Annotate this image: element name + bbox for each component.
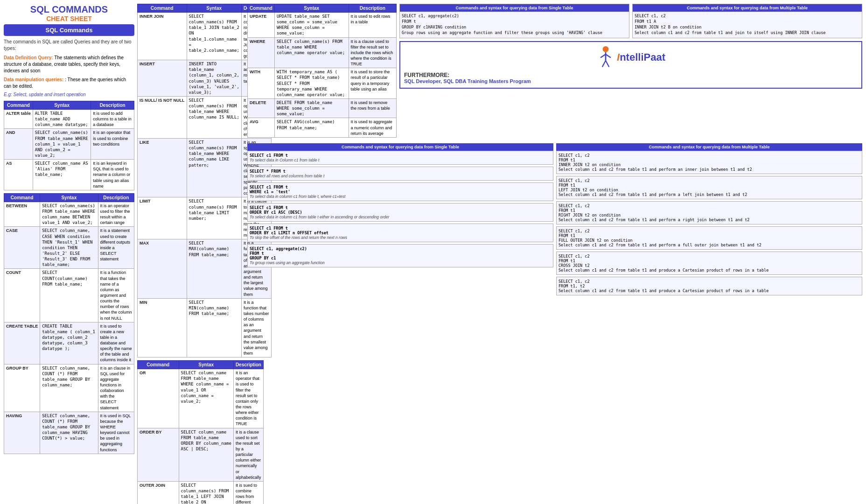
query-code: SELECT c1, aggregate(c2) FROM t GROUP BY… — [250, 246, 551, 260]
cmd-cell: INSERT — [138, 60, 187, 97]
intellipaat-logo: IntelliPaat — [404, 46, 858, 69]
syntax-cell: INSERT INTO table_name (column_1, column… — [187, 60, 241, 97]
eg-text: E.g: Select, update and insert operation — [4, 92, 134, 97]
table-row: ANDSELECT column_name(s) FROM table_name… — [4, 129, 134, 160]
single-query-row: SELECT c1 FROM t WHERE c1 = 'test'To sel… — [247, 182, 553, 201]
single-query-row: SELECT * FROM tTo select all rows and co… — [247, 167, 553, 181]
multi-query-code: SELECT c1, c2 FROM t1 CROSS JOIN t2 Sele… — [559, 254, 860, 273]
syntax-cell: SELECT column_name(s) FROM table_name WH… — [274, 37, 349, 68]
desc-cell: It is used in SQL because the WHERE keyw… — [98, 412, 134, 454]
multi-query-code: SELECT c1, c2 FROM t1 LEFT JOIN t2 on co… — [559, 178, 860, 197]
table-row: WITHWITH temporary_name AS ( SELECT * FR… — [248, 68, 397, 99]
desc-cell: It is an keyword in SQL that is used to … — [91, 160, 134, 190]
cmd-cell: WHERE — [248, 37, 275, 68]
table-row: OUTER JOINSELECT column_name(s) FROM tab… — [138, 481, 264, 504]
query-desc: To select data in column c1 from table t… — [250, 194, 551, 199]
syntax-cell: CREATE TABLE table_name ( column_1 datat… — [40, 322, 98, 364]
left-panel: SQL COMMANDS CHEAT SHEET SQL Commands Th… — [4, 4, 134, 504]
table-row: ASSELECT column_name AS 'Alias' FROM tab… — [4, 160, 134, 190]
multi-query-code: SELECT c1, c2 FROM t1 FULL OUTER JOIN t2… — [559, 229, 860, 247]
page-subtitle: CHEAT SHEET — [4, 15, 134, 22]
multi-query-row: SELECT c1, c2 FROM t1 INNER JOIN t2 on c… — [556, 151, 862, 174]
single-table-header: Commands and syntax for querying data fr… — [247, 143, 553, 151]
table-row: CASESELECT column_name, CASE WHEN condit… — [4, 227, 134, 269]
desc-cell: It is an clause in SQL used for aggregat… — [98, 364, 134, 412]
svg-line-2 — [601, 54, 606, 57]
multi-query-code: SELECT c1, c2 FROM t1, t2 Select column … — [559, 279, 860, 293]
syntax-cell: SELECT MIN(column_name) FROM table_name; — [187, 298, 241, 357]
single-query-row: SELECT c1 FROM tTo select data in Column… — [247, 151, 553, 165]
multi-table-col: Commands and syntax for querying data fr… — [556, 143, 862, 297]
multi-query-row: SELECT c1, c2 FROM t1 RIGHT JOIN t2 on c… — [556, 201, 862, 224]
syntax-cell: SELECT column_name, COUNT (*) FROM table… — [40, 412, 98, 454]
desc-cell: It is used to add columns to a table in … — [91, 110, 134, 129]
single-table-rows: SELECT c1 FROM tTo select data in Column… — [247, 151, 553, 267]
syntax-cell: UPDATE table_name SET some_column = some… — [274, 13, 349, 38]
cmd-cell: ORDER BY — [138, 428, 179, 481]
syntax-cell: SELECT column_name AS 'Alias' FROM table… — [33, 160, 91, 190]
query-desc: To select data in column c1 from table t… — [250, 215, 551, 219]
query-code: SELECT c1 FROM t — [250, 153, 551, 158]
top-right-col: Commands and syntax for querying data fr… — [399, 4, 862, 140]
single-query-row: SELECT c1 FROM t ORDER BY c1 ASC (DESC)T… — [247, 203, 553, 222]
table-row: ORDER BYSELECT column_name FROM table_na… — [138, 428, 264, 481]
cmd-cell: BETWEEN — [4, 202, 40, 227]
cmd-cell: CASE — [4, 227, 40, 269]
th-desc2: Description — [98, 193, 134, 202]
syntax-cell: SELECT MAX(column_name) FROM table_name; — [187, 239, 241, 298]
multi-query-row: SELECT c1, c2 FROM t1 FULL OUTER JOIN t2… — [556, 226, 862, 250]
top-multi-content: SELECT c1, c2 FROM t1 A INNER JOIN t2 B … — [635, 14, 860, 36]
syntax-cell: SELECT column_name(s) FROM table_name WH… — [187, 138, 241, 197]
th-syn1: Syntax — [33, 101, 91, 110]
intellipaat-name: IntelliPaat — [617, 51, 665, 63]
table-or-sum: Command Syntax Description ORSELECT colu… — [137, 360, 264, 504]
cmd-cell: CREATE TABLE — [4, 322, 40, 364]
table-row: DELETEDELETE FROM table_name WHERE some_… — [248, 98, 397, 118]
cmd-cell: AS — [4, 160, 33, 190]
multi-query-row: SELECT c1, c2 FROM t1, t2 Select column … — [556, 277, 862, 295]
query-desc: To select all rows and columns from tabl… — [250, 174, 551, 178]
svg-line-5 — [606, 60, 609, 67]
desc-cell: It is used to store the result of a part… — [349, 68, 396, 99]
table-alter-and-as: Command Syntax Description ALTER tableAL… — [4, 101, 134, 190]
top-single-header: Commands and syntax for querying data fr… — [400, 4, 629, 12]
single-table-col: Commands and syntax for querying data fr… — [247, 143, 553, 297]
cmd-cell: LIMIT — [138, 197, 187, 239]
intro-text: The commands in SQL are called Queries a… — [4, 39, 134, 52]
bullet-1: Data Definition Query: The statements wh… — [4, 55, 134, 74]
table-row: BETWEENSELECT column_name(s) FROM table_… — [4, 202, 134, 227]
multi-query-row: SELECT c1, c2 FROM t1 CROSS JOIN t2 Sele… — [556, 252, 862, 275]
page-wrapper: SQL COMMANDS CHEAT SHEET SQL Commands Th… — [0, 0, 866, 504]
syntax-cell: SELECT column_name(s) FROM table_name WH… — [33, 129, 91, 160]
th-syn2: Syntax — [40, 193, 98, 202]
table-row: COUNTSELECT COUNT(column_name) FROM tabl… — [4, 269, 134, 322]
query-code: SELECT c1 FROM t ORDER BY c1 LIMIT n OFF… — [250, 226, 551, 235]
top-single-content: SELECT c1, aggregate(c2) FROM t GROUP BY… — [402, 14, 627, 36]
table-row: CREATE TABLECREATE TABLE table_name ( co… — [4, 322, 134, 364]
syntax-cell: SELECT column_name FROM table_name WHERE… — [179, 369, 233, 428]
syntax-cell: SELECT column_name FROM table_name ORDER… — [179, 428, 233, 481]
single-query-row: SELECT c1 FROM t ORDER BY c1 LIMIT n OFF… — [247, 224, 553, 242]
cmd-cell: ALTER table — [4, 110, 33, 129]
table-row: GROUP BYSELECT column_name, COUNT (*) FR… — [4, 364, 134, 412]
bullet-1-title: Data Definition Query: — [4, 55, 53, 60]
syntax-cell: SELECT column_name, CASE WHEN condition … — [40, 227, 98, 269]
syntax-cell: SELECT column_name(s) FROM table_1 LEFT … — [179, 481, 233, 504]
bullet-2-title: Data manipulation queries: — [4, 77, 63, 82]
th-cmd3: Command — [138, 4, 187, 13]
svg-line-3 — [606, 54, 611, 57]
th-desc1: Description — [91, 101, 134, 110]
syntax-cell: SELECT column_name(s) FROM table_name WH… — [187, 96, 241, 138]
bullet-2: Data manipulation queries: : These are t… — [4, 77, 134, 90]
th-cmd1: Command — [4, 101, 33, 110]
cmd-cell: WITH — [248, 68, 275, 99]
top-row: Command Syntax Description UPDATEUPDATE … — [247, 4, 862, 140]
table-row: ORSELECT column_name FROM table_name WHE… — [138, 369, 264, 428]
top-single-table-box: Commands and syntax for querying data fr… — [399, 4, 629, 38]
cmd-cell: COUNT — [4, 269, 40, 322]
cmd-cell: AND — [4, 129, 33, 160]
intelli-i: I — [617, 51, 620, 63]
syntax-cell: WITH temporary_name AS ( SELECT * FROM t… — [274, 68, 349, 99]
multi-query-code: SELECT c1, c2 FROM t1 RIGHT JOIN t2 on c… — [559, 203, 860, 222]
intellipaat-box: IntelliPaat FURTHERMORE: SQL Developer, … — [399, 41, 862, 89]
